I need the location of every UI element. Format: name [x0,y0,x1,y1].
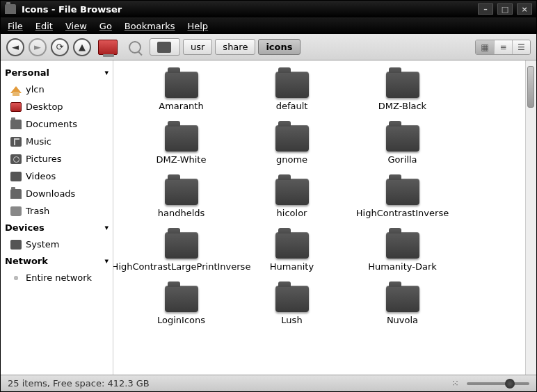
view-mode-toggle: ▦ ≡ ☰ [475,40,531,55]
folder-icon [165,179,198,205]
up-button[interactable]: ▲ [73,38,91,56]
chevron-down-icon: ▾ [104,68,109,77]
sidebar-item-documents[interactable]: Documents [3,115,110,133]
sidebar-item-system[interactable]: System [3,236,110,253]
menu-edit[interactable]: Edit [35,21,53,31]
icon-view-button[interactable]: ▦ [476,40,494,54]
folder-label: Amaranth [159,101,203,111]
sidebar-item-label: Videos [26,171,56,181]
back-button[interactable]: ◄ [6,38,24,56]
scrollbar[interactable] [525,60,536,375]
list-view-button[interactable]: ≡ [494,40,512,54]
folder-label: Lush [281,315,302,325]
folder-gorilla[interactable]: Gorilla [348,121,456,169]
folder-highcontrastinverse[interactable]: HighContrastInverse [348,174,456,222]
folder-hicolor[interactable]: hicolor [238,174,346,222]
sidebar-item-desktop[interactable]: Desktop [3,98,110,115]
folder-label: hicolor [277,208,307,218]
trash-icon [10,206,22,216]
sidebar-item-downloads[interactable]: Downloads [3,185,110,202]
folder-loginicons[interactable]: LoginIcons [127,281,235,329]
cam-icon [10,154,22,164]
sidebar-header-devices[interactable]: Devices ▾ [3,220,110,236]
sidebar-item-label: Desktop [26,101,63,112]
status-text: 25 items, Free space: 412.3 GB [8,378,150,389]
folder-default[interactable]: default [238,67,346,115]
sidebar-header-label: Personal [5,67,49,78]
sidebar-item-label: Trash [26,206,49,216]
compact-view-button[interactable]: ☰ [512,40,530,54]
sidebar-header-network[interactable]: Network ▾ [3,253,110,269]
reload-button[interactable]: ⟳ [51,38,69,56]
home-icon [10,86,22,93]
folder-lush[interactable]: Lush [238,281,346,329]
sidebar-item-label: Entire network [26,272,92,283]
search-icon[interactable] [129,41,141,54]
zoom-slider[interactable] [467,382,529,385]
folder-icon [386,72,419,98]
folder-label: HighContrastLargePrintInverse [113,261,250,272]
crumb-root[interactable] [150,38,180,56]
folder-icon [275,72,309,98]
video-icon [10,172,22,181]
breadcrumb: usr share icons [150,38,300,56]
folder-icon [165,72,198,98]
menu-view[interactable]: View [65,21,87,31]
toolbar: ◄ ► ⟳ ▲ usr share icons ▦ ≡ ☰ [1,34,536,60]
minimize-button[interactable]: – [478,3,493,15]
grid-size-icon[interactable]: ⁙ [451,378,460,389]
crumb-usr[interactable]: usr [183,39,212,55]
folder-icon [275,179,309,205]
sidebar-item-music[interactable]: Music [3,133,110,150]
folder-icon [275,125,309,152]
disk-icon [157,42,171,53]
close-button[interactable]: × [517,3,532,15]
folder-icon [386,232,419,259]
disk-icon [10,240,22,250]
folder-label: DMZ-Black [378,101,426,111]
folder-gnome[interactable]: gnome [238,121,346,169]
computer-icon[interactable] [98,40,118,55]
folder-dmz-white[interactable]: DMZ-White [127,121,235,169]
menu-file[interactable]: File [8,21,23,31]
folder-humanity[interactable]: Humanity [238,228,346,276]
folder-icon [10,189,22,199]
folder-icon [386,125,419,152]
sidebar-item-label: Documents [26,119,77,129]
folder-label: LoginIcons [157,315,205,325]
menu-bookmarks[interactable]: Bookmarks [125,21,175,31]
sidebar-item-trash[interactable]: Trash [3,202,110,220]
folder-label: gnome [276,154,307,165]
sidebar-item-pictures[interactable]: Pictures [3,150,110,168]
menu-help[interactable]: Help [187,21,208,31]
chevron-down-icon: ▾ [104,256,109,266]
sidebar-item-label: Music [26,136,51,147]
music-icon [10,137,22,147]
desktop-icon [10,102,22,112]
sidebar-header-personal[interactable]: Personal ▾ [3,65,110,81]
statusbar: 25 items, Free space: 412.3 GB ⁙ [1,375,536,391]
sidebar-item-entire-network[interactable]: Entire network [3,269,110,286]
forward-button[interactable]: ► [29,38,47,56]
menu-go[interactable]: Go [99,21,112,31]
maximize-button[interactable]: □ [497,3,513,15]
folder-handhelds[interactable]: handhelds [127,174,235,222]
folder-amaranth[interactable]: Amaranth [127,67,235,115]
folder-dmz-black[interactable]: DMZ-Black [348,67,456,115]
sidebar-header-label: Network [5,256,48,266]
content-pane: AmaranthdefaultDMZ-BlackDMZ-WhitegnomeGo… [113,60,536,375]
titlebar[interactable]: Icons - File Browser – □ × [1,1,536,17]
chevron-down-icon: ▾ [104,223,109,232]
sidebar: Personal ▾ ylcnDesktopDocumentsMusicPict… [1,60,113,375]
sidebar-item-label: Downloads [26,188,75,199]
sidebar-item-videos[interactable]: Videos [3,168,110,185]
folder-nuvola[interactable]: Nuvola [348,281,456,329]
sidebar-item-ylcn[interactable]: ylcn [3,81,110,98]
icon-grid[interactable]: AmaranthdefaultDMZ-BlackDMZ-WhitegnomeGo… [113,60,525,375]
scrollbar-thumb[interactable] [527,66,534,108]
folder-highcontrastlargeprintinverse[interactable]: HighContrastLargePrintInverse [127,228,235,276]
crumb-share[interactable]: share [215,39,255,55]
crumb-icons[interactable]: icons [258,39,300,55]
folder-humanity-dark[interactable]: Humanity-Dark [348,228,456,276]
sidebar-item-label: Pictures [26,154,61,164]
